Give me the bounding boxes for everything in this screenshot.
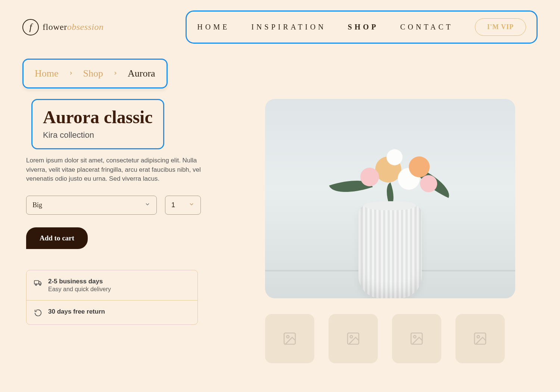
product-subtitle: Kira collection [43, 130, 153, 140]
quantity-select[interactable]: 1 [165, 196, 201, 215]
chevron-down-icon [189, 201, 195, 209]
breadcrumb-shop[interactable]: Shop [83, 68, 103, 79]
return-text: 30 days free return [48, 308, 105, 315]
breadcrumb-home[interactable]: Home [35, 68, 59, 79]
chevron-right-icon [68, 70, 74, 78]
logo-mark-icon: f [22, 19, 39, 35]
svg-rect-0 [34, 280, 39, 284]
return-row: 30 days free return [27, 300, 197, 324]
product-description: Lorem ipsum dolor sit amet, consectetur … [26, 156, 205, 184]
thumbnail[interactable] [329, 314, 378, 363]
return-primary: 30 days free return [48, 308, 105, 315]
product-gallery-column [265, 59, 538, 363]
primary-nav: HOME INSPIRATION SHOP CONTACT I'M VIP [186, 10, 538, 44]
breadcrumb-current: Aurora [128, 68, 155, 79]
size-selected-value: Big [32, 201, 42, 209]
logo-text-part2: obsession [67, 22, 104, 32]
chevron-down-icon [144, 201, 150, 209]
size-select[interactable]: Big [26, 196, 157, 215]
vip-button[interactable]: I'M VIP [475, 18, 526, 36]
add-to-cart-button[interactable]: Add to cart [26, 227, 88, 249]
return-icon [34, 309, 42, 317]
nav-contact[interactable]: CONTACT [400, 23, 453, 31]
main-content: Home Shop Aurora Aurora classic Kira col… [0, 51, 560, 363]
product-hero-image[interactable] [265, 99, 515, 298]
vase-illustration [358, 205, 422, 298]
image-placeholder-icon [282, 331, 297, 346]
svg-point-6 [350, 336, 353, 338]
svg-point-2 [40, 284, 41, 286]
site-header: f flowerobsession HOME INSPIRATION SHOP … [0, 0, 560, 51]
shipping-text: 2-5 business days Easy and quick deliver… [48, 278, 111, 293]
shipping-info-card: 2-5 business days Easy and quick deliver… [26, 270, 198, 325]
chevron-right-icon [113, 70, 118, 78]
thumbnail-row [265, 314, 538, 363]
shipping-primary: 2-5 business days [48, 278, 111, 285]
image-placeholder-icon [409, 331, 424, 346]
logo-text-part1: flower [43, 22, 67, 32]
thumbnail[interactable] [392, 314, 441, 363]
logo-text: flowerobsession [43, 22, 103, 32]
image-placeholder-icon [473, 331, 488, 346]
nav-home[interactable]: HOME [197, 23, 230, 31]
thumbnail[interactable] [455, 314, 505, 363]
product-heading-group: Aurora classic Kira collection [31, 99, 164, 149]
brand-logo[interactable]: f flowerobsession [22, 19, 103, 35]
thumbnail[interactable] [265, 314, 314, 363]
svg-point-8 [414, 336, 416, 338]
breadcrumb: Home Shop Aurora [22, 59, 168, 88]
product-options: Big 1 [26, 196, 231, 215]
nav-inspiration[interactable]: INSPIRATION [251, 23, 326, 31]
truck-icon [34, 279, 42, 287]
shipping-secondary: Easy and quick delivery [48, 286, 111, 293]
product-details-column: Home Shop Aurora Aurora classic Kira col… [22, 59, 231, 363]
product-title: Aurora classic [43, 107, 153, 127]
quantity-selected-value: 1 [171, 201, 175, 209]
svg-point-1 [35, 284, 37, 286]
svg-point-10 [477, 336, 480, 338]
nav-shop[interactable]: SHOP [348, 23, 379, 31]
shipping-row: 2-5 business days Easy and quick deliver… [27, 270, 197, 300]
svg-point-4 [287, 336, 289, 338]
image-placeholder-icon [346, 331, 361, 346]
